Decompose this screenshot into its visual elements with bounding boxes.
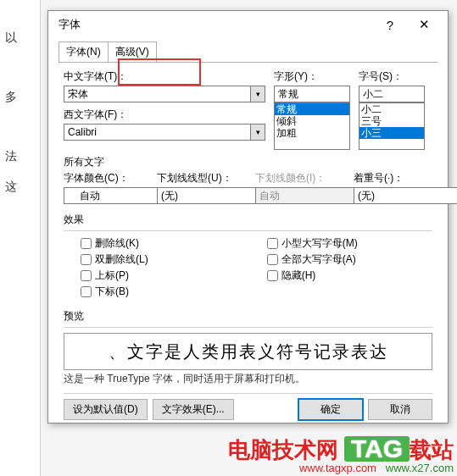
ok-button[interactable]: 确定	[298, 399, 363, 420]
checkbox[interactable]	[81, 238, 92, 249]
bg-char: 法	[5, 149, 17, 164]
titlebar[interactable]: 字体 ? ✕	[48, 11, 448, 38]
watermark-suffix: 载站	[410, 437, 454, 462]
underline-label: 下划线线型(U)：	[157, 171, 247, 185]
checkbox[interactable]	[267, 238, 278, 249]
close-button[interactable]: ✕	[407, 13, 441, 36]
set-default-button[interactable]: 设为默认值(D)	[64, 399, 148, 420]
checkbox[interactable]	[81, 254, 92, 265]
list-item[interactable]: 加粗	[275, 127, 349, 139]
west-font-input[interactable]	[64, 124, 250, 141]
chk-subscript[interactable]: 下标(B)	[81, 285, 148, 299]
preview-text: 、文字是人类用表义符号记录表达	[109, 340, 388, 363]
watermark-text: 电脑技术网	[228, 437, 338, 462]
all-text-label: 所有文字	[64, 155, 432, 169]
style-input[interactable]	[274, 86, 350, 102]
tab-strip: 字体(N) 高级(V)	[48, 38, 448, 62]
watermark-url: www.tagxp.com	[299, 462, 376, 474]
underline-combo[interactable]: ▾	[157, 187, 247, 204]
text-effects-button[interactable]: 文字效果(E)...	[153, 399, 234, 420]
cn-font-combo[interactable]: ▾	[64, 86, 265, 102]
chevron-down-icon[interactable]: ▾	[250, 86, 265, 102]
underline-color-label: 下划线颜色(I)：	[255, 171, 345, 185]
chk-superscript[interactable]: 上标(P)	[81, 268, 148, 283]
watermark-url: www.x27.com	[386, 462, 454, 474]
chk-hidden[interactable]: 隐藏(H)	[267, 268, 358, 283]
checkbox[interactable]	[267, 254, 278, 265]
cn-font-label: 中文字体(T)：	[64, 69, 265, 84]
list-item[interactable]: 常规	[275, 103, 349, 115]
preview-label: 预览	[64, 309, 432, 324]
effects-checks: 删除线(K) 双删除线(L) 上标(P) 下标(B) 小型大写字母(M) 全部大…	[64, 236, 432, 299]
chk-double-strikethrough[interactable]: 双删除线(L)	[81, 252, 148, 267]
preview-hint: 这是一种 TrueType 字体，同时适用于屏幕和打印机。	[64, 372, 432, 386]
bg-char: 这	[5, 180, 17, 195]
tab-font[interactable]: 字体(N)	[59, 42, 109, 62]
help-button[interactable]: ?	[373, 13, 407, 36]
chk-allcaps[interactable]: 全部大写字母(A)	[267, 252, 358, 267]
style-label: 字形(Y)：	[274, 69, 350, 84]
bg-char: 以	[5, 30, 17, 46]
cn-font-input[interactable]	[64, 86, 250, 102]
chk-smallcaps[interactable]: 小型大写字母(M)	[267, 236, 358, 251]
west-font-combo[interactable]: ▾	[64, 124, 265, 141]
emphasis-input[interactable]	[354, 187, 457, 204]
effects-label: 效果	[64, 213, 432, 227]
font-dialog: 字体 ? ✕ 字体(N) 高级(V) 中文字体(T)： ▾ 西文字体(F)： ▾	[47, 10, 449, 423]
preview-box: 、文字是人类用表义符号记录表达	[64, 333, 432, 370]
list-item[interactable]: 小二	[359, 103, 424, 115]
separator	[64, 327, 432, 328]
tab-advanced[interactable]: 高级(V)	[108, 42, 157, 62]
emphasis-combo[interactable]: ▾	[354, 187, 426, 204]
emphasis-label: 着重号(·)：	[354, 171, 426, 185]
west-font-label: 西文字体(F)：	[64, 108, 265, 122]
list-item[interactable]: 小三	[359, 127, 424, 139]
list-item[interactable]: 倾斜	[275, 115, 349, 127]
cancel-button[interactable]: 取消	[368, 399, 432, 420]
style-listbox[interactable]: 常规 倾斜 加粗	[274, 102, 350, 150]
checkbox[interactable]	[81, 286, 92, 297]
underline-color-combo: ▾	[255, 187, 345, 204]
size-label: 字号(S)：	[359, 69, 425, 84]
bg-char: 多	[5, 90, 17, 105]
size-input[interactable]	[359, 86, 425, 102]
checkbox[interactable]	[267, 270, 278, 281]
font-color-label: 字体颜色(C)：	[64, 171, 148, 185]
list-item[interactable]: 三号	[359, 115, 424, 127]
chevron-down-icon[interactable]: ▾	[250, 124, 265, 141]
checkbox[interactable]	[81, 270, 92, 281]
watermark-tag-logo: TAG	[344, 436, 410, 462]
separator	[64, 230, 432, 231]
background-window-edge: 以 多 法 这	[0, 0, 41, 476]
dialog-footer: 设为默认值(D) 文字效果(E)... 确定 取消	[48, 394, 448, 429]
chk-strikethrough[interactable]: 删除线(K)	[81, 236, 148, 251]
size-listbox[interactable]: 小二 三号 小三	[359, 102, 425, 150]
font-color-combo[interactable]: ▾	[64, 187, 148, 204]
watermark-overlay: 电脑技术网 TAG载站 www.tagxp.com www.x27.com	[228, 436, 454, 474]
dialog-title: 字体	[55, 17, 373, 32]
